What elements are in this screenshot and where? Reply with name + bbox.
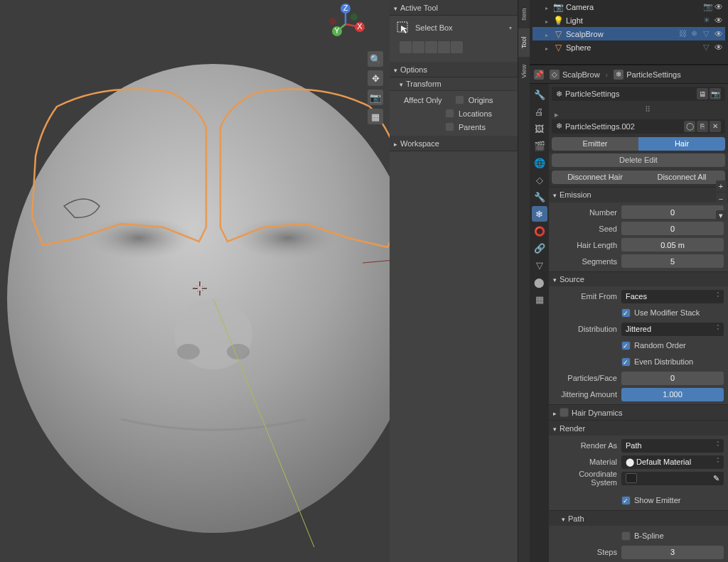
light-label: Light — [566, 16, 698, 25]
bspline-checkbox[interactable] — [621, 531, 631, 541]
active-tool-header[interactable]: Active Tool — [390, 0, 518, 16]
particle-icon: ❄ — [556, 90, 562, 99]
tab-material-icon[interactable]: ⬤ — [532, 274, 547, 290]
visibility-icon[interactable]: 👁 — [714, 16, 725, 26]
visibility-icon[interactable]: 👁 — [714, 43, 725, 53]
even-dist-checkbox[interactable] — [621, 357, 631, 367]
active-tool-label: Active Tool — [400, 4, 438, 12]
particlesettings-slot[interactable]: ❄ ParticleSettings 🖥 📷 — [552, 87, 725, 101]
bc-particlesettings[interactable]: ❄ParticleSettings — [614, 70, 680, 80]
tab-scene-icon[interactable]: 🎬 — [532, 138, 547, 153]
visibility-icon[interactable]: 👁 — [714, 29, 725, 39]
visibility-icon[interactable]: 👁 — [714, 2, 725, 12]
tab-output-icon[interactable]: 🖨 — [532, 104, 547, 119]
disconnect-hair-button[interactable]: Disconnect Hair — [552, 171, 638, 184]
random-order-checkbox[interactable] — [621, 341, 631, 350]
breadcrumb: 📌 ◇ScalpBrow › ❄ParticleSettings — [530, 65, 728, 84]
drag-mode-icons[interactable] — [395, 40, 512, 58]
emission-header[interactable]: Emission — [549, 187, 728, 202]
right-panel: 📷 Camera 📷 👁 💡 Light ☀ 👁 ▽ ScalpBrow ⛓❄▽… — [530, 0, 728, 562]
locations-checkbox[interactable] — [445, 109, 454, 118]
source-header[interactable]: Source — [549, 271, 728, 287]
eyedropper-icon[interactable]: ✎ — [713, 474, 719, 483]
3d-viewport[interactable]: X Y Z 🔍 ✥ 📷 ▦ — [0, 0, 390, 562]
tab-item[interactable]: Item — [518, 0, 530, 28]
remove-slot-button[interactable]: − — [716, 193, 727, 204]
tab-constraints-icon[interactable]: 🔗 — [532, 240, 547, 256]
show-emitter-checkbox[interactable] — [621, 496, 631, 505]
render-label: Render — [560, 424, 585, 433]
bc-object[interactable]: ◇ScalpBrow — [550, 70, 600, 80]
hair-length-label: Hair Length — [553, 241, 617, 249]
origins-checkbox[interactable] — [455, 95, 464, 104]
particlesettings-datablock[interactable]: ❄ ParticleSettings.002 ◯ ⎘ ✕ — [552, 119, 725, 134]
coord-sys-field[interactable]: ✎ — [621, 472, 724, 485]
distribution-select[interactable]: Jittered˄˅ — [621, 323, 724, 336]
tab-world-icon[interactable]: 🌐 — [532, 155, 547, 171]
navigation-gizmo-icon[interactable]: X Y Z — [323, 1, 368, 47]
select-box-tool[interactable]: Select Box ▾ — [395, 20, 512, 36]
locations-label: Locations — [459, 109, 492, 118]
outliner-row-sphere[interactable]: ▽ Sphere ▽ 👁 — [532, 40, 725, 54]
render-header[interactable]: Render — [549, 420, 728, 436]
outliner-row-light[interactable]: 💡 Light ☀ 👁 — [532, 13, 725, 27]
new-copy-icon[interactable]: ⎘ — [697, 121, 708, 132]
mesh-icon: ▽ — [553, 42, 564, 53]
camera-view-icon[interactable]: 📷 — [368, 90, 383, 105]
tab-object-icon[interactable]: ◇ — [532, 172, 547, 188]
perspective-icon[interactable]: ▦ — [368, 109, 383, 124]
render-as-select[interactable]: Path˄˅ — [621, 439, 724, 453]
fake-user-icon[interactable]: ◯ — [684, 121, 695, 132]
specials-menu-button[interactable]: ▾ — [716, 210, 727, 221]
tab-viewlayer-icon[interactable]: 🖼 — [532, 121, 547, 136]
origins-label: Origins — [469, 96, 493, 104]
particles-face-field[interactable]: 0 — [621, 372, 724, 385]
transform-label: Transform — [406, 80, 441, 88]
outliner-row-camera[interactable]: 📷 Camera 📷 👁 — [532, 0, 725, 13]
parents-label: Parents — [459, 123, 486, 131]
delete-edit-button[interactable]: Delete Edit — [552, 153, 725, 167]
seed-field[interactable]: 0 — [621, 222, 724, 235]
n-panel: Active Tool Select Box ▾ Options Transfo… — [390, 0, 530, 562]
ps-name-field[interactable]: ParticleSettings.002 — [565, 122, 635, 131]
even-dist-label: Even Distribution — [634, 357, 693, 366]
hair-dynamics-header[interactable]: Hair Dynamics — [549, 404, 728, 420]
use-modifier-checkbox[interactable] — [621, 308, 631, 318]
hair-button[interactable]: Hair — [638, 137, 725, 151]
list-grip[interactable]: ⠿ — [549, 104, 728, 117]
render-icon[interactable]: 📷 — [710, 88, 721, 99]
tab-texture-icon[interactable]: ▦ — [532, 291, 547, 307]
zoom-icon[interactable]: 🔍 — [368, 51, 383, 67]
unlink-icon[interactable]: ✕ — [710, 121, 721, 132]
workspace-header[interactable]: Workspace — [390, 136, 518, 151]
outliner[interactable]: 📷 Camera 📷 👁 💡 Light ☀ 👁 ▽ ScalpBrow ⛓❄▽… — [530, 0, 728, 65]
hair-length-field[interactable]: 0.05 m — [621, 238, 724, 252]
svg-text:X: X — [357, 22, 363, 31]
tab-render-icon[interactable]: 🔧 — [532, 87, 547, 102]
pan-icon[interactable]: ✥ — [368, 70, 383, 86]
pin-button[interactable]: 📌 — [534, 70, 544, 80]
tab-tool[interactable]: Tool — [518, 28, 530, 57]
outliner-row-scalpbrow[interactable]: ▽ ScalpBrow ⛓❄▽ 👁 — [532, 27, 725, 40]
disconnect-all-button[interactable]: Disconnect All — [638, 171, 725, 184]
jitter-field[interactable]: 1.000 — [621, 388, 724, 401]
tab-modifiers-icon[interactable]: 🔧 — [532, 189, 547, 205]
transform-header[interactable]: Transform — [390, 77, 518, 91]
jitter-label: Jittering Amount — [553, 390, 617, 399]
options-header[interactable]: Options — [390, 62, 518, 77]
steps-field[interactable]: 3 — [621, 546, 724, 559]
display-icon[interactable]: 🖥 — [697, 88, 708, 99]
material-select[interactable]: ⬤ Default Material˄˅ — [621, 455, 724, 469]
segments-field[interactable]: 5 — [621, 254, 724, 268]
tab-particles-icon[interactable]: ❄ — [532, 206, 547, 222]
add-slot-button[interactable]: + — [716, 180, 727, 191]
tab-view[interactable]: View — [518, 57, 530, 85]
tab-data-icon[interactable]: ▽ — [532, 257, 547, 273]
emitter-button[interactable]: Emitter — [552, 137, 638, 151]
parents-checkbox[interactable] — [445, 122, 454, 131]
path-header[interactable]: Path — [549, 510, 728, 526]
hair-dynamics-checkbox[interactable] — [560, 408, 569, 417]
number-field[interactable]: 0 — [621, 205, 724, 219]
tab-physics-icon[interactable]: ⭕ — [532, 223, 547, 239]
emit-from-select[interactable]: Faces˄˅ — [621, 290, 724, 303]
